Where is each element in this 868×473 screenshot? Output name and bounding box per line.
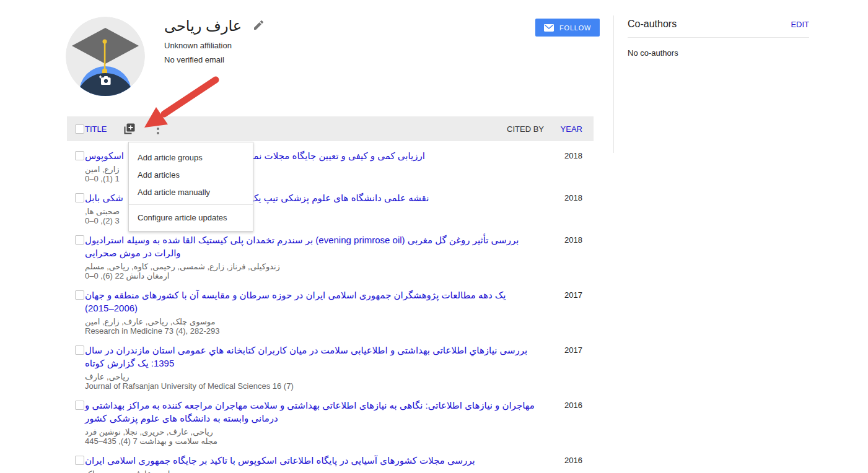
article-title-fragment-start: ارزیابی کمی و کیفی و تعیین جایگاه مجلات … <box>251 150 425 161</box>
article-journal: Journal of Rafsanjan University of Medic… <box>85 381 538 391</box>
profile-header: عارف ریاحی Unknown affiliation No verifi… <box>164 17 263 65</box>
article-year: 2018 <box>544 191 594 202</box>
article-title-fragment-end: اسکوپوس <box>85 150 124 161</box>
avatar[interactable] <box>66 17 145 96</box>
article-title-link[interactable]: بررسی نیازهاي اطلاعاتی بهداشتی و اطلاعیا… <box>85 344 536 370</box>
article-journal: مجله سلامت و بهداشت 7 (4), 435–445 <box>85 436 538 446</box>
articles-table-header: TITLE CITED BY YEAR <box>67 116 594 141</box>
article-authors: ریاحی, عارف, موسوی چلک <box>85 469 538 473</box>
menu-divider <box>129 204 253 205</box>
article-authors: زندوکیلی, فرناز, زارع, شمسی, رحیمی, کاوه… <box>85 262 538 271</box>
coauthors-edit-link[interactable]: EDIT <box>791 20 809 29</box>
article-year: 2016 <box>544 454 594 465</box>
article-year: 2018 <box>544 233 594 245</box>
article-row: بررسی تأثیر روغن گل مغربی (evening primr… <box>67 225 594 280</box>
title-column-header[interactable]: TITLE <box>85 124 107 134</box>
article-row: مهاجران و نیازهای اطلاعاتی: نگاهی به نیا… <box>67 391 594 446</box>
article-checkbox[interactable] <box>75 345 84 355</box>
menu-item-configure-article-updates[interactable]: Configure article updates <box>129 209 253 226</box>
article-authors: ریاحی, عارف, حریری, نجلا, نوشین فرد <box>85 427 538 436</box>
article-year: 2016 <box>544 399 594 410</box>
more-options-kebab-icon[interactable] <box>154 121 162 137</box>
select-all-checkbox[interactable] <box>75 124 84 134</box>
article-title-link[interactable]: مهاجران و نیازهای اطلاعاتی: نگاهی به نیا… <box>85 399 536 425</box>
follow-button[interactable]: FOLLOW <box>535 19 600 37</box>
menu-item-add-article-groups[interactable]: Add article groups <box>129 149 253 166</box>
year-column-header[interactable]: YEAR <box>544 124 594 134</box>
article-row: بررسی نیازهاي اطلاعاتی بهداشتی و اطلاعیا… <box>67 336 594 391</box>
article-row: بررسی مجلات کشورهای آسیایی در پایگاه اطل… <box>67 446 594 473</box>
no-coauthors-text: No co-authors <box>628 48 809 58</box>
cited-by-column-header[interactable]: CITED BY <box>507 124 544 134</box>
profile-name: عارف ریاحی <box>164 17 242 35</box>
article-year: 2017 <box>544 344 594 355</box>
article-title-link[interactable]: بررسی مجلات کشورهای آسیایی در پایگاه اطل… <box>85 454 536 467</box>
add-articles-dropdown-menu: Add article groupsAdd articlesAdd articl… <box>128 142 253 232</box>
article-title-link[interactable]: یک دهه مطالعات پژوهشگران جمهوری اسلامی ا… <box>85 289 536 315</box>
article-year: 2018 <box>544 149 594 160</box>
article-checkbox[interactable] <box>75 235 84 245</box>
edit-name-pencil-icon[interactable] <box>254 20 263 32</box>
article-checkbox[interactable] <box>75 151 84 160</box>
email-status-text: No verified email <box>164 55 263 65</box>
envelope-icon <box>544 24 554 32</box>
coauthors-title: Co-authors <box>628 19 677 30</box>
article-checkbox[interactable] <box>75 290 84 300</box>
article-title-fragment-start: نقشه علمی دانشگاه های علوم پزشکی تیپ یک <box>250 193 429 203</box>
article-checkbox[interactable] <box>75 401 84 410</box>
article-row: یک دهه مطالعات پژوهشگران جمهوری اسلامی ا… <box>67 280 594 336</box>
menu-item-add-article-manually[interactable]: Add article manually <box>129 183 253 201</box>
article-authors: موسوی چلک, ریاحی, عارف, زارع, امین <box>85 317 538 326</box>
article-journal: Research in Medicine 73 (4), 282-293 <box>85 326 538 336</box>
article-title-link[interactable]: بررسی تأثیر روغن گل مغربی (evening primr… <box>85 233 536 259</box>
affiliation-text: Unknown affiliation <box>164 41 263 51</box>
menu-item-add-articles[interactable]: Add articles <box>129 166 253 183</box>
article-checkbox[interactable] <box>75 456 84 465</box>
article-authors: ریاحی, عارف <box>85 372 538 381</box>
add-articles-icon[interactable] <box>123 123 136 136</box>
content-divider <box>613 15 614 153</box>
article-title-fragment-end: شکی بابل <box>85 193 123 203</box>
article-year: 2017 <box>544 289 594 300</box>
article-checkbox[interactable] <box>75 193 84 202</box>
coauthors-panel: Co-authors EDIT No co-authors <box>628 19 809 58</box>
follow-button-label: FOLLOW <box>559 24 591 32</box>
article-journal: ارمغان دانش 22 (6), 0–0 <box>85 271 538 280</box>
graduation-cap-avatar <box>66 17 145 96</box>
scholar-profile-page: عارف ریاحی Unknown affiliation No verifi… <box>0 0 868 473</box>
